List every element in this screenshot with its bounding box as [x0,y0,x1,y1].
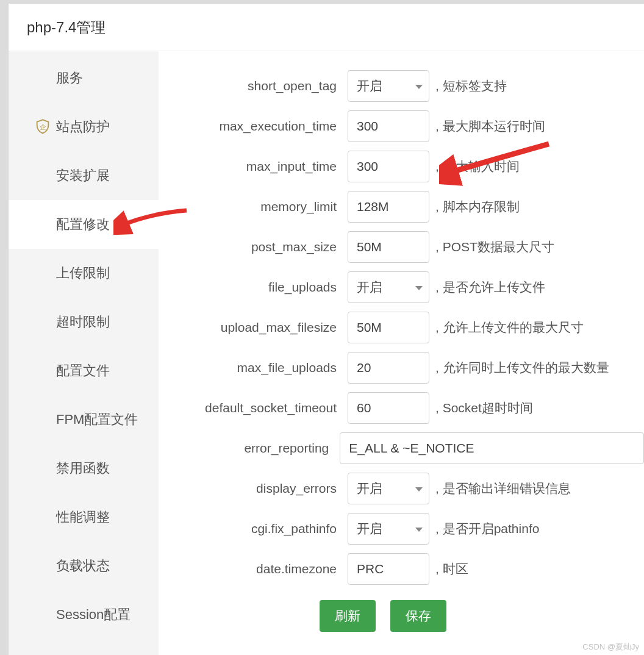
sidebar-item-label: Session配置 [56,606,131,624]
max_input_time-input[interactable] [348,151,429,182]
config-form: short_open_tag开启, 短标签支持max_execution_tim… [159,66,644,589]
shield-icon: 企 [34,118,51,135]
form-label: post_max_size [159,240,348,254]
form-desc: , 是否开启pathinfo [435,520,539,537]
footer-buttons: 刷新 保存 [159,600,644,632]
chevron-down-icon [415,528,423,532]
php-manager-modal: php-7.4管理 服务企站点防护安装扩展配置修改上传限制超时限制配置文件FPM… [9,4,644,655]
form-desc: , 最大输入时间 [435,158,520,175]
form-desc: , 允许上传文件的最大尺寸 [435,319,584,336]
sidebar-item-label: 配置修改 [56,215,110,234]
form-desc: , 允许同时上传文件的最大数量 [435,359,609,376]
form-desc: , Socket超时时间 [435,399,533,417]
form-desc: , 最大脚本运行时间 [435,118,545,135]
display_errors-select[interactable]: 开启 [348,473,429,504]
sidebar-item-10[interactable]: 负载状态 [9,542,159,590]
sidebar-item-2[interactable]: 安装扩展 [9,151,159,200]
error_reporting-input[interactable] [340,432,644,464]
sidebar: 服务企站点防护安装扩展配置修改上传限制超时限制配置文件FPM配置文件禁用函数性能… [9,51,159,655]
form-row-file_uploads: file_uploads开启, 是否允许上传文件 [159,267,644,307]
form-row-short_open_tag: short_open_tag开启, 短标签支持 [159,66,644,106]
form-desc: , 时区 [435,560,468,578]
sidebar-item-9[interactable]: 性能调整 [9,493,159,542]
sidebar-item-label: 服务 [56,69,83,87]
form-row-date.timezone: date.timezone, 时区 [159,549,644,589]
sidebar-item-8[interactable]: 禁用函数 [9,444,159,493]
file_uploads-select[interactable]: 开启 [348,271,429,303]
form-label: max_file_uploads [159,360,348,375]
modal-title: php-7.4管理 [27,18,106,37]
form-label: max_input_time [159,159,348,174]
upload_max_filesize-input[interactable] [348,312,429,343]
form-desc: , 短标签支持 [435,77,507,95]
form-desc: , 是否允许上传文件 [435,279,545,296]
content-panel: short_open_tag开启, 短标签支持max_execution_tim… [159,51,644,655]
short_open_tag-select[interactable]: 开启 [348,70,429,102]
chevron-down-icon [415,487,423,492]
post_max_size-input[interactable] [348,231,429,263]
sidebar-item-label: 上传限制 [56,264,110,282]
sidebar-item-label: 站点防护 [56,118,110,136]
select-value: 开启 [357,480,382,497]
form-row-memory_limit: memory_limit, 脚本内存限制 [159,187,644,227]
form-label: short_open_tag [159,79,348,93]
form-label: default_socket_timeout [159,401,348,415]
default_socket_timeout-input[interactable] [348,392,429,424]
sidebar-item-11[interactable]: Session配置 [9,590,159,639]
form-label: error_reporting [159,441,340,456]
form-label: cgi.fix_pathinfo [159,521,348,536]
watermark: CSDN @夏灿Jy [582,642,639,653]
form-label: display_errors [159,481,348,496]
sidebar-item-0[interactable]: 服务 [9,54,159,102]
select-value: 开启 [357,520,382,537]
form-row-display_errors: display_errors开启, 是否输出详细错误信息 [159,468,644,509]
form-label: file_uploads [159,280,348,295]
sidebar-item-label: 性能调整 [56,508,110,526]
sidebar-item-label: 禁用函数 [56,459,110,478]
form-row-default_socket_timeout: default_socket_timeout, Socket超时时间 [159,388,644,428]
sidebar-item-label: 超时限制 [56,313,110,331]
select-value: 开启 [357,77,382,95]
sidebar-item-5[interactable]: 超时限制 [9,298,159,346]
form-desc: , 脚本内存限制 [435,198,520,215]
max_execution_time-input[interactable] [348,110,429,142]
svg-text:企: 企 [40,123,46,131]
cgi.fix_pathinfo-select[interactable]: 开启 [348,513,429,545]
form-desc: , POST数据最大尺寸 [435,238,554,256]
chevron-down-icon [415,286,423,290]
sidebar-item-3[interactable]: 配置修改 [9,200,159,249]
select-value: 开启 [357,279,382,296]
sidebar-item-4[interactable]: 上传限制 [9,249,159,298]
form-row-max_execution_time: max_execution_time, 最大脚本运行时间 [159,106,644,146]
refresh-button[interactable]: 刷新 [320,600,376,632]
max_file_uploads-input[interactable] [348,352,429,384]
memory_limit-input[interactable] [348,191,429,223]
sidebar-item-label: 负载状态 [56,557,110,575]
sidebar-item-label: FPM配置文件 [56,410,138,429]
form-row-max_input_time: max_input_time, 最大输入时间 [159,146,644,187]
form-label: max_execution_time [159,119,348,134]
form-label: memory_limit [159,199,348,214]
sidebar-item-label: 配置文件 [56,362,110,380]
sidebar-item-6[interactable]: 配置文件 [9,346,159,395]
chevron-down-icon [415,85,423,89]
form-row-cgi.fix_pathinfo: cgi.fix_pathinfo开启, 是否开启pathinfo [159,509,644,549]
modal-header: php-7.4管理 [9,4,644,51]
form-label: date.timezone [159,562,348,576]
form-row-post_max_size: post_max_size, POST数据最大尺寸 [159,227,644,267]
date.timezone-input[interactable] [348,553,429,585]
sidebar-item-7[interactable]: FPM配置文件 [9,395,159,444]
sidebar-item-1[interactable]: 企站点防护 [9,102,159,151]
save-button[interactable]: 保存 [390,600,446,632]
form-row-error_reporting: error_reporting [159,428,644,468]
form-row-upload_max_filesize: upload_max_filesize, 允许上传文件的最大尺寸 [159,307,644,348]
form-label: upload_max_filesize [159,320,348,335]
sidebar-item-label: 安装扩展 [56,166,110,185]
modal-body: 服务企站点防护安装扩展配置修改上传限制超时限制配置文件FPM配置文件禁用函数性能… [9,51,644,655]
form-row-max_file_uploads: max_file_uploads, 允许同时上传文件的最大数量 [159,348,644,388]
form-desc: , 是否输出详细错误信息 [435,480,571,497]
